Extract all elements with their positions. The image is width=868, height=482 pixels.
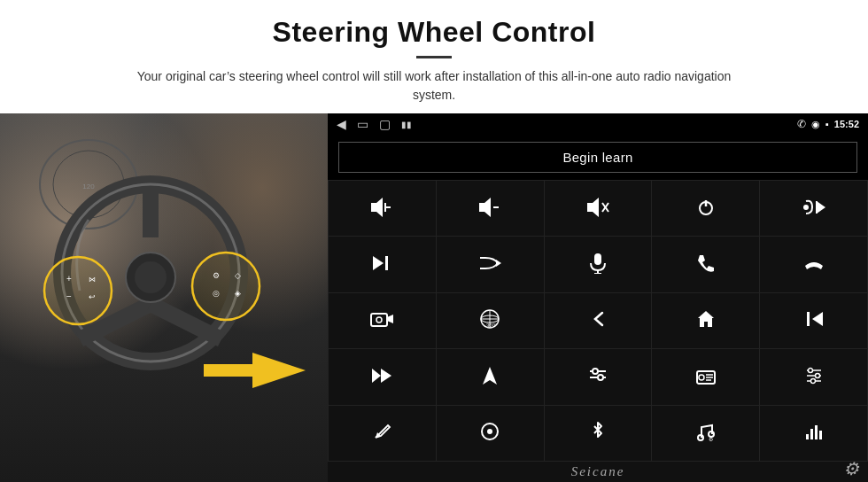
time-display: 15:52 — [834, 119, 859, 129]
svg-point-33 — [803, 205, 809, 210]
vol-down-icon — [477, 198, 502, 220]
begin-learn-button[interactable]: Begin learn — [338, 142, 857, 173]
mic-icon — [589, 253, 607, 276]
svg-marker-20 — [252, 353, 306, 388]
fast-fwd-icon — [370, 367, 393, 387]
svg-text:⋈: ⋈ — [89, 276, 96, 284]
svg-marker-34 — [817, 201, 825, 214]
svg-text:−: − — [66, 292, 72, 301]
svg-point-75 — [487, 429, 492, 434]
seicane-bar: Seicane ⚙ — [328, 462, 868, 482]
mute-cell[interactable] — [545, 181, 652, 236]
power-icon — [696, 198, 716, 220]
back-cell[interactable] — [545, 293, 652, 348]
home-cell[interactable] — [652, 293, 759, 348]
android-panel: ◀ ▭ ▢ ▮▮ ✆ ◉ ▪ 15:52 Begin learn — [328, 113, 868, 482]
steering-wheel-container: 120 — [0, 113, 328, 482]
svg-point-10 — [44, 257, 112, 324]
svg-marker-26 — [479, 198, 491, 217]
svg-text:120: 120 — [82, 183, 95, 190]
svg-point-71 — [815, 373, 819, 377]
svg-text:⚙: ⚙ — [709, 437, 713, 441]
svg-text:360°: 360° — [486, 323, 498, 328]
signal-icon: ▮▮ — [401, 120, 412, 129]
wifi-status-icon: ▪ — [825, 119, 829, 129]
svg-text:◎: ◎ — [213, 289, 220, 298]
phone-status-icon: ✆ — [797, 118, 806, 130]
svg-point-46 — [376, 317, 382, 323]
svg-rect-41 — [594, 253, 601, 265]
svg-marker-53 — [812, 312, 823, 326]
vol-down-cell[interactable] — [437, 181, 544, 236]
bluetooth-icon — [591, 421, 605, 445]
phone-prev-icon — [802, 198, 825, 220]
svg-point-63 — [699, 375, 704, 380]
car-image: 120 — [0, 113, 328, 482]
vol-up-cell[interactable] — [329, 181, 436, 236]
next-track-cell[interactable] — [329, 237, 436, 292]
phone-call-cell[interactable] — [652, 237, 759, 292]
recent-nav-icon[interactable]: ▢ — [379, 117, 391, 131]
radio-icon — [695, 366, 717, 388]
page-wrapper: Steering Wheel Control Your original car… — [0, 0, 868, 482]
status-bar-right: ✆ ◉ ▪ 15:52 — [797, 118, 859, 130]
home-nav-icon[interactable]: ▭ — [357, 117, 368, 131]
eq-bars-cell[interactable] — [760, 406, 867, 461]
settings-grid-cell[interactable] — [760, 349, 867, 404]
svg-text:↩: ↩ — [89, 292, 96, 301]
pen-cell[interactable] — [329, 406, 436, 461]
phone-end-cell[interactable] — [760, 237, 867, 292]
svg-marker-55 — [372, 369, 381, 383]
mic-cell[interactable] — [545, 237, 652, 292]
svg-point-72 — [810, 378, 815, 383]
mute-icon — [585, 198, 610, 220]
location-status-icon: ◉ — [811, 119, 820, 130]
header-section: Steering Wheel Control Your original car… — [0, 0, 868, 113]
skip-back-cell[interactable] — [760, 293, 867, 348]
status-bar-left: ◀ ▭ ▢ ▮▮ — [337, 117, 412, 131]
svg-point-61 — [598, 375, 603, 380]
svg-text:◈: ◈ — [235, 289, 241, 298]
bluetooth-cell[interactable] — [545, 406, 652, 461]
nav-cell[interactable] — [437, 349, 544, 404]
svg-point-15 — [192, 253, 260, 320]
phone-prev-cell[interactable] — [760, 181, 867, 236]
vol-up-icon — [369, 198, 394, 220]
page-subtitle: Your original car’s steering wheel contr… — [124, 67, 744, 105]
pen-icon — [372, 422, 391, 444]
phone-call-icon — [696, 253, 716, 276]
seicane-watermark: Seicane — [571, 464, 625, 478]
svg-point-9 — [135, 261, 167, 293]
back-nav-icon[interactable]: ◀ — [337, 117, 346, 131]
svg-marker-57 — [483, 367, 497, 385]
steering-wheel-svg: 120 — [0, 113, 328, 397]
home-btn-icon — [696, 309, 716, 331]
phone-end-icon — [803, 253, 825, 276]
circle-cell[interactable] — [437, 406, 544, 461]
svg-marker-40 — [496, 260, 501, 267]
svg-text:⚙: ⚙ — [213, 271, 220, 280]
circle-btn-icon — [480, 422, 500, 444]
skip-back-icon — [803, 310, 825, 330]
gear-icon[interactable]: ⚙ — [843, 458, 861, 479]
music-cell[interactable]: ⚙ — [652, 406, 759, 461]
svg-rect-80 — [810, 429, 813, 439]
radio-cell[interactable] — [652, 349, 759, 404]
svg-marker-45 — [387, 315, 393, 323]
mixer-icon — [804, 366, 824, 388]
view360-cell[interactable]: 360° — [437, 293, 544, 348]
eq-icon — [588, 367, 608, 387]
svg-text:+: + — [66, 274, 72, 284]
svg-rect-44 — [371, 314, 387, 326]
power-cell[interactable] — [652, 181, 759, 236]
navigation-icon — [481, 365, 499, 389]
svg-rect-81 — [815, 425, 818, 439]
fast-fwd-cell[interactable] — [329, 349, 436, 404]
camera-cell[interactable] — [329, 293, 436, 348]
back-nav-btn-icon — [588, 309, 608, 331]
svg-rect-21 — [204, 364, 255, 377]
eq-cell[interactable] — [545, 349, 652, 404]
shuffle-cell[interactable] — [437, 237, 544, 292]
svg-rect-79 — [806, 434, 809, 439]
begin-learn-row: Begin learn — [328, 135, 868, 180]
